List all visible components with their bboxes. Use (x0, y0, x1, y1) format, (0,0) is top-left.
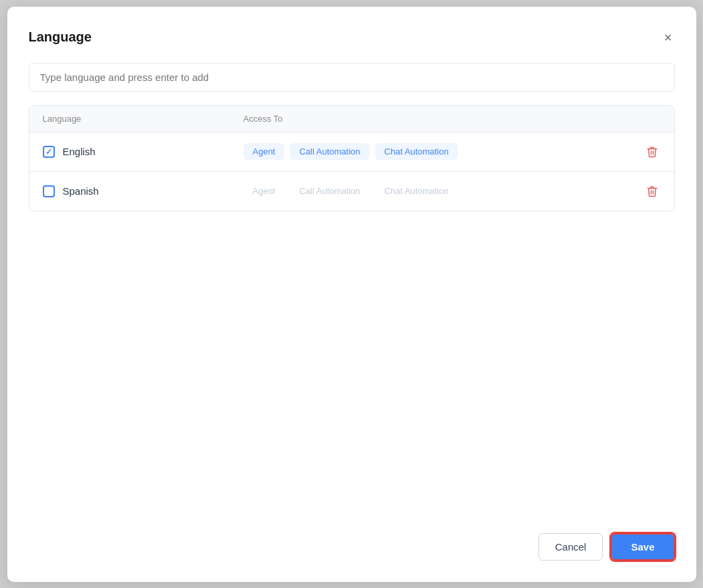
language-modal: Language × Language Access To ✓ English (7, 7, 696, 582)
close-button[interactable]: × (662, 28, 675, 47)
access-tags-spanish: Agent Call Automation Chat Automation (243, 183, 643, 199)
access-tags-english: Agent Call Automation Chat Automation (243, 143, 643, 160)
table-row: ✓ English Agent Call Automation Chat Aut… (29, 132, 674, 172)
modal-overlay: Language × Language Access To ✓ English (0, 0, 703, 588)
trash-icon (646, 185, 658, 197)
table-row: Spanish Agent Call Automation Chat Autom… (29, 172, 674, 211)
language-name-spanish: Spanish (63, 185, 99, 197)
checkbox-english[interactable]: ✓ (43, 146, 55, 158)
table-header: Language Access To (29, 106, 674, 132)
language-name-english: English (63, 146, 96, 157)
language-table: Language Access To ✓ English Agent Call … (29, 105, 675, 211)
modal-title: Language (29, 29, 92, 45)
tag-call-automation-spanish[interactable]: Call Automation (290, 183, 369, 199)
trash-icon (646, 146, 658, 158)
modal-header: Language × (29, 28, 675, 47)
modal-footer: Cancel Save (538, 517, 675, 561)
cancel-button[interactable]: Cancel (538, 533, 603, 561)
delete-button-spanish[interactable] (643, 183, 661, 200)
tag-chat-automation-spanish[interactable]: Chat Automation (375, 183, 458, 199)
checkmark-icon: ✓ (45, 147, 52, 157)
tag-agent-english[interactable]: Agent (243, 143, 285, 160)
delete-button-english[interactable] (643, 143, 661, 161)
column-header-language: Language (43, 114, 243, 124)
row-checkbox-area-english: ✓ English (43, 146, 243, 158)
column-header-access: Access To (243, 114, 661, 124)
language-search-input[interactable] (29, 63, 675, 92)
tag-agent-spanish[interactable]: Agent (243, 183, 285, 199)
checkbox-spanish[interactable] (43, 185, 55, 197)
row-checkbox-area-spanish: Spanish (43, 185, 243, 197)
save-button[interactable]: Save (611, 533, 674, 561)
tag-chat-automation-english[interactable]: Chat Automation (375, 143, 458, 160)
tag-call-automation-english[interactable]: Call Automation (290, 143, 369, 160)
